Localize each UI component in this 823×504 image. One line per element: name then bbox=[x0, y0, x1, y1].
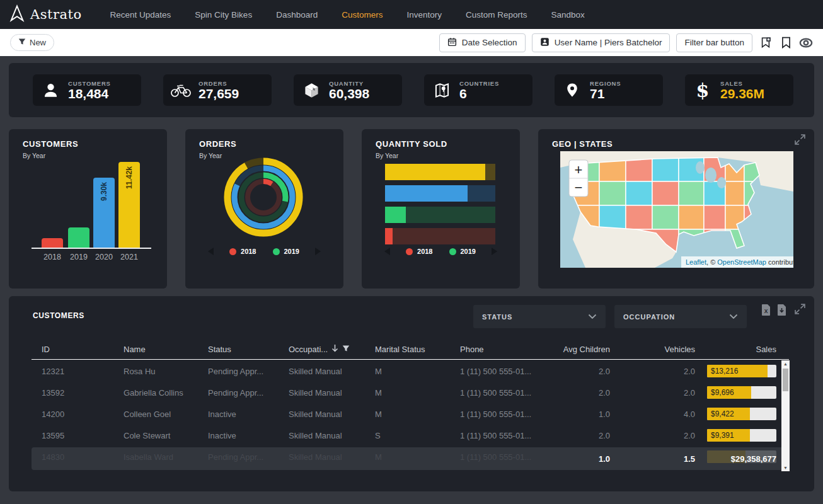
kpi-value: 27,659 bbox=[199, 87, 239, 101]
nav-item-spin-city-bikes[interactable]: Spin City Bikes bbox=[188, 10, 258, 20]
geo-title: GEO | STATES bbox=[552, 139, 613, 149]
hbar-fill bbox=[385, 164, 485, 180]
kpi-value: 29.36M bbox=[720, 87, 764, 101]
hbar-2018 bbox=[385, 228, 495, 244]
column-header-vehicles[interactable]: Vehicles bbox=[610, 345, 695, 354]
hbar-2021 bbox=[385, 164, 495, 180]
bookmark-icon[interactable] bbox=[779, 36, 793, 50]
column-header-label: Name bbox=[124, 345, 146, 354]
export-excel-icon[interactable]: X bbox=[761, 304, 771, 318]
cell-status: Inactive bbox=[208, 410, 289, 419]
table-row-14200[interactable]: 14200Colleen GoelInactiveSkilled ManualM… bbox=[32, 403, 789, 425]
x-axis-label: 2021 bbox=[117, 253, 142, 261]
table-row-13592[interactable]: 13592Gabriella CollinsPending Appr...Ski… bbox=[32, 382, 789, 403]
sort-desc-icon[interactable] bbox=[331, 344, 338, 354]
bookmark-add-icon[interactable] bbox=[759, 36, 773, 50]
scroll-down-arrow[interactable]: ▼ bbox=[781, 464, 790, 471]
legend-label: 2019 bbox=[461, 248, 476, 255]
cell-name: Rosa Hu bbox=[124, 367, 208, 376]
column-header-id[interactable]: ID bbox=[42, 345, 124, 354]
map-attribution: Leaflet, © OpenStreetMap contributors bbox=[681, 256, 793, 268]
column-header-phone[interactable]: Phone bbox=[460, 345, 547, 354]
new-filter-pill[interactable]: New bbox=[10, 34, 54, 51]
cell-vehicles: 2.0 bbox=[610, 388, 695, 398]
kpi-value: 60,398 bbox=[329, 87, 369, 101]
occupation-filter-dropdown[interactable]: OCCUPATION bbox=[614, 305, 747, 328]
svg-text:X: X bbox=[764, 308, 768, 314]
eye-icon[interactable] bbox=[799, 36, 813, 50]
legend-label: 2018 bbox=[241, 248, 256, 255]
date-selection-button[interactable]: Date Selection bbox=[439, 33, 526, 52]
toolbar: New Date Selection User Name | Piers Bat… bbox=[0, 29, 823, 56]
cell-phone: 1 (11) 500 555-01... bbox=[460, 367, 547, 376]
nav-item-inventory[interactable]: Inventory bbox=[400, 10, 448, 20]
legend-next-arrow[interactable] bbox=[492, 248, 497, 255]
nav-item-customers[interactable]: Customers bbox=[335, 10, 389, 20]
nav-item-dashboard[interactable]: Dashboard bbox=[270, 10, 324, 20]
x-axis-line bbox=[32, 248, 151, 249]
table-scrollbar[interactable]: ▲ ▼ bbox=[781, 360, 790, 471]
cell-marital-status: M bbox=[375, 410, 460, 419]
column-header-marital-status[interactable]: Marital Status bbox=[375, 345, 460, 354]
bar-2021: 11.42k bbox=[118, 162, 140, 248]
kpi-label: ORDERS bbox=[199, 80, 239, 87]
table-row-12321[interactable]: 12321Rosa HuPending Appr...Skilled Manua… bbox=[32, 360, 789, 382]
hbar-fill bbox=[385, 228, 393, 244]
legend-item-2019[interactable]: 2019 bbox=[449, 248, 476, 255]
cell-marital-status: M bbox=[375, 388, 460, 398]
legend-item-2019[interactable]: 2019 bbox=[273, 248, 299, 255]
status-filter-label: STATUS bbox=[482, 313, 512, 321]
table-expand-icon[interactable] bbox=[795, 304, 805, 317]
nav-item-sandbox[interactable]: Sandbox bbox=[545, 10, 591, 20]
kpi-card-countries: COUNTRIES6 bbox=[424, 74, 532, 106]
quantity-chart-panel: QUANTITY SOLD By Year 20182019 bbox=[362, 129, 520, 289]
bar-2019 bbox=[68, 227, 89, 248]
map-zoom-control: + − bbox=[569, 160, 588, 197]
cell-occupation: Skilled Manual bbox=[289, 367, 375, 376]
table-row-13595[interactable]: 13595Cole StewartInactiveSkilled ManualS… bbox=[32, 425, 789, 446]
cell-sales: $9,422 bbox=[695, 408, 776, 420]
nav-item-custom-reports[interactable]: Custom Reports bbox=[459, 10, 534, 20]
column-header-avg-children[interactable]: Avg Children bbox=[547, 345, 610, 354]
column-header-sales[interactable]: Sales bbox=[695, 345, 776, 354]
openstreetmap-link: OpenStreetMap bbox=[717, 258, 766, 266]
column-filter-icon[interactable] bbox=[342, 345, 350, 354]
kpi-label: QUANTITY bbox=[329, 80, 369, 87]
column-header-label: Status bbox=[208, 345, 231, 354]
cell-status: Pending Appr... bbox=[208, 367, 289, 376]
x-axis-label: 2018 bbox=[40, 253, 65, 261]
legend-label: 2018 bbox=[417, 248, 432, 255]
column-header-label: Vehicles bbox=[665, 345, 695, 354]
scrollbar-thumb[interactable] bbox=[783, 369, 788, 391]
orders-donut-chart bbox=[223, 157, 304, 240]
status-filter-dropdown[interactable]: STATUS bbox=[473, 305, 606, 328]
column-header-status[interactable]: Status bbox=[208, 345, 289, 354]
quantity-legend: 20182019 bbox=[384, 246, 497, 257]
kpi-card-quantity: QUANTITY60,398 bbox=[294, 74, 402, 106]
map-icon bbox=[424, 82, 459, 99]
nav-item-recent-updates[interactable]: Recent Updates bbox=[104, 10, 178, 20]
column-header-label: Sales bbox=[756, 345, 776, 354]
leaflet-map[interactable]: + − Leaflet, © OpenStreetMap contributor… bbox=[560, 151, 793, 268]
legend-dot bbox=[273, 248, 280, 255]
legend-next-arrow[interactable] bbox=[315, 248, 321, 255]
legend-item-2018[interactable]: 2018 bbox=[229, 248, 256, 255]
export-file-icon[interactable] bbox=[777, 304, 786, 318]
cell-status: Pending Appr... bbox=[208, 388, 289, 398]
scroll-up-arrow[interactable]: ▲ bbox=[781, 360, 790, 367]
column-header-occupati-[interactable]: Occupati... bbox=[289, 344, 375, 354]
cell-avg-children: 2.0 bbox=[547, 431, 610, 440]
column-header-name[interactable]: Name bbox=[124, 345, 208, 354]
customers-chart-subtitle: By Year bbox=[23, 152, 45, 159]
legend-item-2018[interactable]: 2018 bbox=[406, 248, 432, 255]
geo-expand-icon[interactable] bbox=[795, 134, 805, 147]
table-totals-row: 1.01.5$29,358,677 bbox=[32, 447, 789, 470]
filter-bar-button[interactable]: Filter bar button bbox=[676, 33, 752, 52]
cell-occupation: Skilled Manual bbox=[289, 388, 375, 398]
pin-icon bbox=[555, 83, 590, 98]
user-name-button[interactable]: User Name | Piers Batchelor bbox=[532, 33, 670, 52]
legend-prev-arrow[interactable] bbox=[208, 248, 214, 255]
person-icon bbox=[33, 82, 68, 99]
cell-occupation: Skilled Manual bbox=[289, 431, 375, 440]
legend-prev-arrow[interactable] bbox=[384, 248, 390, 255]
